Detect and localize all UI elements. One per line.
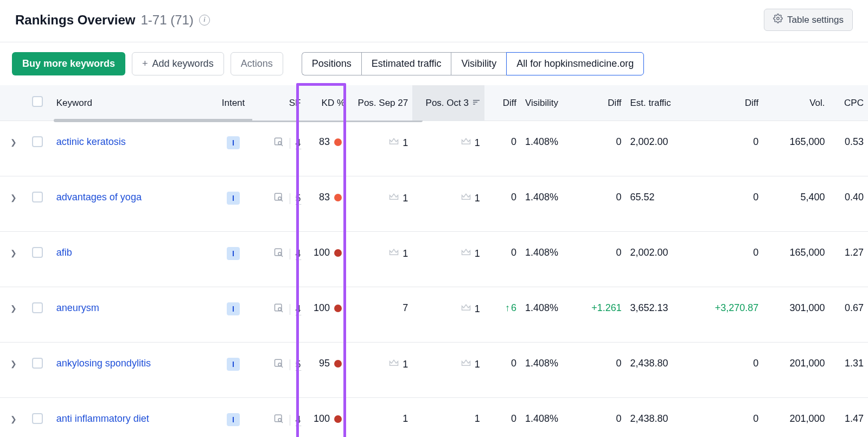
add-keywords-button[interactable]: + Add keywords bbox=[132, 52, 224, 75]
volume-value: 165,000 bbox=[789, 247, 825, 258]
row-checkbox[interactable] bbox=[32, 247, 43, 258]
col-est-traffic[interactable]: Est. traffic bbox=[626, 85, 699, 121]
expand-row-icon[interactable]: ❯ bbox=[10, 138, 17, 147]
select-all-checkbox[interactable] bbox=[32, 96, 43, 107]
table-settings-button[interactable]: Table settings bbox=[764, 9, 853, 31]
divider bbox=[290, 138, 290, 149]
intent-badge[interactable]: I bbox=[227, 413, 240, 426]
visibility-diff: 0 bbox=[616, 136, 622, 147]
crown-icon bbox=[461, 358, 471, 371]
est-traffic-diff: 0 bbox=[753, 136, 758, 147]
page-title: Rankings Overview bbox=[15, 12, 135, 28]
tab-positions[interactable]: Positions bbox=[302, 52, 361, 75]
sf-count[interactable]: 4 bbox=[296, 414, 301, 426]
sf-count[interactable]: 5 bbox=[296, 193, 301, 205]
crown-icon bbox=[388, 136, 399, 150]
expand-row-icon[interactable]: ❯ bbox=[10, 304, 17, 313]
col-kd[interactable]: KD % bbox=[305, 85, 350, 121]
keyword-link[interactable]: aneurysm bbox=[56, 302, 99, 313]
row-checkbox[interactable] bbox=[32, 192, 43, 202]
col-intent[interactable]: Intent bbox=[214, 85, 252, 121]
visibility-diff: 0 bbox=[616, 192, 622, 202]
est-traffic-diff: 0 bbox=[753, 192, 758, 202]
col-pos-oct3[interactable]: Pos. Oct 3 bbox=[412, 85, 484, 121]
divider bbox=[290, 193, 290, 204]
est-traffic-value: 3,652.13 bbox=[630, 302, 668, 313]
col-diff-pos[interactable]: Diff bbox=[484, 85, 521, 121]
intent-badge[interactable]: I bbox=[227, 358, 240, 371]
crown-icon bbox=[388, 192, 399, 205]
row-checkbox[interactable] bbox=[32, 302, 43, 313]
buy-more-keywords-button[interactable]: Buy more keywords bbox=[12, 52, 125, 75]
position-value: 1 bbox=[475, 359, 480, 370]
keyword-link[interactable]: advantages of yoga bbox=[56, 192, 142, 202]
cpc-value: 1.47 bbox=[845, 413, 864, 424]
keyword-link[interactable]: anti inflammatory diet bbox=[56, 413, 149, 424]
intent-badge[interactable]: I bbox=[227, 247, 240, 260]
est-traffic-value: 2,002.00 bbox=[630, 247, 668, 258]
sf-count[interactable]: 4 bbox=[296, 303, 301, 315]
col-keyword[interactable]: Keyword bbox=[52, 85, 215, 121]
svg-point-11 bbox=[278, 308, 281, 311]
kd-value: 100 bbox=[314, 302, 330, 314]
col-diff-traffic[interactable]: Diff bbox=[699, 85, 763, 121]
sf-count[interactable]: 4 bbox=[296, 248, 301, 260]
col-expand bbox=[0, 85, 28, 121]
info-icon[interactable]: i bbox=[199, 15, 210, 26]
tab-visibility[interactable]: Visibility bbox=[451, 52, 506, 75]
expand-row-icon[interactable]: ❯ bbox=[10, 359, 17, 368]
col-sf[interactable]: SF bbox=[252, 85, 305, 121]
sf-count[interactable]: 5 bbox=[296, 359, 301, 371]
visibility-diff: 0 bbox=[616, 247, 622, 258]
serp-features-icon[interactable] bbox=[273, 136, 284, 150]
serp-features-icon[interactable] bbox=[273, 358, 284, 371]
kd-difficulty-dot bbox=[334, 415, 342, 423]
position-value: 1 bbox=[475, 248, 480, 259]
est-traffic-diff: 0 bbox=[753, 247, 758, 258]
row-checkbox[interactable] bbox=[32, 136, 43, 147]
visibility-diff: +1.261 bbox=[591, 302, 622, 313]
kd-difficulty-dot bbox=[334, 138, 342, 146]
tab-estimated-traffic[interactable]: Estimated traffic bbox=[361, 52, 451, 75]
visibility-value: 1.408% bbox=[525, 247, 558, 258]
est-traffic-value: 2,438.80 bbox=[630, 358, 668, 369]
serp-features-icon[interactable] bbox=[273, 192, 284, 205]
row-checkbox[interactable] bbox=[32, 358, 43, 369]
col-diff-visibility[interactable]: Diff bbox=[587, 85, 626, 121]
rankings-table: Keyword Intent SF KD % Pos. Sep 27 Pos. … bbox=[0, 85, 868, 437]
svg-point-5 bbox=[278, 142, 281, 144]
serp-features-icon[interactable] bbox=[273, 413, 284, 427]
volume-value: 201,000 bbox=[789, 413, 825, 424]
expand-row-icon[interactable]: ❯ bbox=[10, 193, 17, 202]
keyword-link[interactable]: afib bbox=[56, 247, 72, 258]
col-visibility[interactable]: Visibility bbox=[521, 85, 587, 121]
col-vol[interactable]: Vol. bbox=[763, 85, 829, 121]
crown-icon bbox=[461, 302, 471, 316]
row-checkbox[interactable] bbox=[32, 413, 43, 424]
actions-button[interactable]: Actions bbox=[231, 52, 283, 75]
sf-count[interactable]: 4 bbox=[296, 137, 301, 149]
position-value: 1 bbox=[403, 359, 408, 370]
tab-all-for-domain[interactable]: All for hopkinsmedicine.org bbox=[506, 52, 644, 75]
intent-badge[interactable]: I bbox=[227, 192, 240, 205]
pos-diff: 6 bbox=[505, 302, 516, 313]
page-header: Rankings Overview 1-71 (71) i Table sett… bbox=[0, 0, 868, 42]
col-pos-sep27[interactable]: Pos. Sep 27 bbox=[349, 85, 412, 121]
volume-value: 201,000 bbox=[789, 358, 825, 369]
serp-features-icon[interactable] bbox=[273, 247, 284, 261]
svg-rect-2 bbox=[473, 102, 477, 103]
intent-badge[interactable]: I bbox=[227, 302, 240, 315]
svg-point-9 bbox=[278, 252, 281, 255]
expand-row-icon[interactable]: ❯ bbox=[10, 415, 17, 423]
keyword-link[interactable]: actinic keratosis bbox=[56, 136, 126, 147]
est-traffic-diff: 0 bbox=[753, 413, 758, 424]
intent-badge[interactable]: I bbox=[227, 136, 240, 149]
est-traffic-diff: 0 bbox=[753, 358, 758, 369]
table-row: ❯ actinic keratosis I 4 83 1 1 0 1.408% … bbox=[0, 121, 868, 176]
keyword-link[interactable]: ankylosing spondylitis bbox=[56, 358, 151, 369]
table-row: ❯ afib I 4 100 1 1 0 1.408% 0 2,002.00 0… bbox=[0, 232, 868, 287]
serp-features-icon[interactable] bbox=[273, 302, 284, 316]
expand-row-icon[interactable]: ❯ bbox=[10, 249, 17, 257]
col-cpc[interactable]: CPC bbox=[829, 85, 868, 121]
kd-value: 100 bbox=[314, 247, 330, 258]
